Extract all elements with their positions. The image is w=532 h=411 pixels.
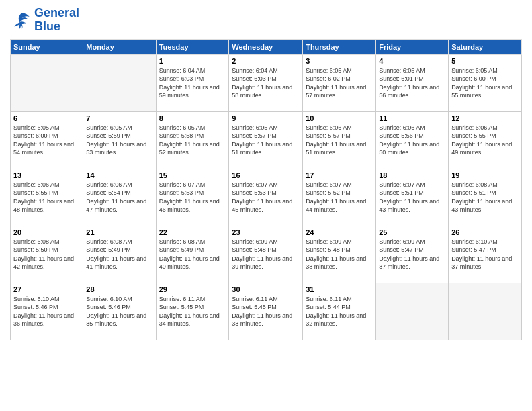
calendar-cell: 4Sunrise: 6:05 AMSunset: 6:01 PMDaylight… xyxy=(376,54,449,111)
calendar-cell: 25Sunrise: 6:09 AMSunset: 5:47 PMDayligh… xyxy=(376,226,449,283)
day-info: Sunrise: 6:08 AMSunset: 5:51 PMDaylight:… xyxy=(451,181,519,214)
calendar-cell: 12Sunrise: 6:06 AMSunset: 5:55 PMDayligh… xyxy=(449,111,522,169)
calendar-cell xyxy=(376,283,449,340)
calendar-cell: 20Sunrise: 6:08 AMSunset: 5:50 PMDayligh… xyxy=(11,226,83,283)
day-info: Sunrise: 6:07 AMSunset: 5:52 PMDaylight:… xyxy=(306,181,373,214)
calendar-cell: 21Sunrise: 6:08 AMSunset: 5:49 PMDayligh… xyxy=(83,226,156,283)
header-monday: Monday xyxy=(83,39,156,54)
calendar-cell: 29Sunrise: 6:11 AMSunset: 5:45 PMDayligh… xyxy=(156,283,229,340)
day-info: Sunrise: 6:09 AMSunset: 5:48 PMDaylight:… xyxy=(306,238,373,271)
day-number: 23 xyxy=(232,228,300,236)
day-info: Sunrise: 6:05 AMSunset: 6:02 PMDaylight:… xyxy=(306,66,373,100)
day-number: 21 xyxy=(86,228,152,236)
day-number: 9 xyxy=(232,114,300,122)
calendar-cell xyxy=(11,54,83,111)
logo: General Blue xyxy=(10,7,79,34)
day-number: 7 xyxy=(86,114,152,122)
day-number: 22 xyxy=(159,228,226,236)
day-info: Sunrise: 6:08 AMSunset: 5:49 PMDaylight:… xyxy=(159,238,226,271)
day-number: 12 xyxy=(451,114,519,122)
day-info: Sunrise: 6:06 AMSunset: 5:54 PMDaylight:… xyxy=(86,181,152,214)
day-info: Sunrise: 6:06 AMSunset: 5:55 PMDaylight:… xyxy=(451,124,519,157)
day-number: 16 xyxy=(232,171,300,179)
day-number: 24 xyxy=(306,228,373,236)
header-thursday: Thursday xyxy=(303,39,376,54)
day-info: Sunrise: 6:05 AMSunset: 6:01 PMDaylight:… xyxy=(379,66,445,100)
day-info: Sunrise: 6:09 AMSunset: 5:47 PMDaylight:… xyxy=(379,238,445,271)
calendar-cell: 28Sunrise: 6:10 AMSunset: 5:46 PMDayligh… xyxy=(83,283,156,340)
day-number: 30 xyxy=(232,285,300,293)
day-number: 29 xyxy=(159,285,226,293)
day-number: 13 xyxy=(13,171,80,179)
calendar-cell: 15Sunrise: 6:07 AMSunset: 5:53 PMDayligh… xyxy=(156,169,229,226)
day-info: Sunrise: 6:08 AMSunset: 5:50 PMDaylight:… xyxy=(13,238,80,271)
calendar-cell: 1Sunrise: 6:04 AMSunset: 6:03 PMDaylight… xyxy=(156,54,229,111)
calendar-cell xyxy=(449,283,522,340)
calendar-week-row: 1Sunrise: 6:04 AMSunset: 6:03 PMDaylight… xyxy=(11,54,522,111)
calendar-cell: 6Sunrise: 6:05 AMSunset: 6:00 PMDaylight… xyxy=(11,111,83,169)
calendar-cell xyxy=(83,54,156,111)
day-info: Sunrise: 6:07 AMSunset: 5:53 PMDaylight:… xyxy=(232,181,300,214)
calendar-cell: 19Sunrise: 6:08 AMSunset: 5:51 PMDayligh… xyxy=(449,169,522,226)
day-number: 8 xyxy=(159,114,226,122)
day-info: Sunrise: 6:05 AMSunset: 5:59 PMDaylight:… xyxy=(86,124,152,157)
day-number: 19 xyxy=(451,171,519,179)
header: General Blue xyxy=(10,7,522,34)
calendar-cell: 24Sunrise: 6:09 AMSunset: 5:48 PMDayligh… xyxy=(303,226,376,283)
calendar-cell: 11Sunrise: 6:06 AMSunset: 5:56 PMDayligh… xyxy=(376,111,449,169)
calendar-cell: 2Sunrise: 6:04 AMSunset: 6:03 PMDaylight… xyxy=(229,54,303,111)
calendar-week-row: 6Sunrise: 6:05 AMSunset: 6:00 PMDaylight… xyxy=(11,111,522,169)
day-info: Sunrise: 6:05 AMSunset: 6:00 PMDaylight:… xyxy=(451,66,519,100)
day-info: Sunrise: 6:04 AMSunset: 6:03 PMDaylight:… xyxy=(232,66,300,100)
day-number: 20 xyxy=(13,228,80,236)
day-info: Sunrise: 6:06 AMSunset: 5:55 PMDaylight:… xyxy=(13,181,80,214)
day-info: Sunrise: 6:07 AMSunset: 5:53 PMDaylight:… xyxy=(159,181,226,214)
day-info: Sunrise: 6:11 AMSunset: 5:44 PMDaylight:… xyxy=(306,295,373,328)
header-sunday: Sunday xyxy=(11,39,83,54)
day-info: Sunrise: 6:09 AMSunset: 5:48 PMDaylight:… xyxy=(232,238,300,271)
day-number: 14 xyxy=(86,171,152,179)
calendar-cell: 17Sunrise: 6:07 AMSunset: 5:52 PMDayligh… xyxy=(303,169,376,226)
day-info: Sunrise: 6:05 AMSunset: 5:58 PMDaylight:… xyxy=(159,124,226,157)
day-info: Sunrise: 6:10 AMSunset: 5:46 PMDaylight:… xyxy=(13,295,80,328)
day-info: Sunrise: 6:04 AMSunset: 6:03 PMDaylight:… xyxy=(159,66,226,100)
day-number: 26 xyxy=(451,228,519,236)
header-saturday: Saturday xyxy=(449,39,522,54)
day-number: 25 xyxy=(379,228,445,236)
day-info: Sunrise: 6:06 AMSunset: 5:56 PMDaylight:… xyxy=(379,124,445,157)
day-info: Sunrise: 6:06 AMSunset: 5:57 PMDaylight:… xyxy=(306,124,373,157)
calendar-table: Sunday Monday Tuesday Wednesday Thursday… xyxy=(10,39,522,340)
day-number: 6 xyxy=(13,114,80,122)
day-info: Sunrise: 6:05 AMSunset: 6:00 PMDaylight:… xyxy=(13,124,80,157)
day-info: Sunrise: 6:11 AMSunset: 5:45 PMDaylight:… xyxy=(159,295,226,328)
day-number: 17 xyxy=(306,171,373,179)
header-tuesday: Tuesday xyxy=(156,39,229,54)
calendar-cell: 16Sunrise: 6:07 AMSunset: 5:53 PMDayligh… xyxy=(229,169,303,226)
day-info: Sunrise: 6:10 AMSunset: 5:47 PMDaylight:… xyxy=(451,238,519,271)
calendar-cell: 10Sunrise: 6:06 AMSunset: 5:57 PMDayligh… xyxy=(303,111,376,169)
day-number: 27 xyxy=(13,285,80,293)
day-info: Sunrise: 6:07 AMSunset: 5:51 PMDaylight:… xyxy=(379,181,445,214)
page-container: General Blue Sunday Monday Tuesday Wedne… xyxy=(0,0,532,347)
calendar-cell: 7Sunrise: 6:05 AMSunset: 5:59 PMDaylight… xyxy=(83,111,156,169)
day-info: Sunrise: 6:05 AMSunset: 5:57 PMDaylight:… xyxy=(232,124,300,157)
calendar-week-row: 13Sunrise: 6:06 AMSunset: 5:55 PMDayligh… xyxy=(11,169,522,226)
calendar-cell: 14Sunrise: 6:06 AMSunset: 5:54 PMDayligh… xyxy=(83,169,156,226)
day-number: 5 xyxy=(451,57,519,65)
day-number: 28 xyxy=(86,285,152,293)
day-info: Sunrise: 6:08 AMSunset: 5:49 PMDaylight:… xyxy=(86,238,152,271)
calendar-cell: 13Sunrise: 6:06 AMSunset: 5:55 PMDayligh… xyxy=(11,169,83,226)
day-number: 1 xyxy=(159,57,226,65)
calendar-cell: 23Sunrise: 6:09 AMSunset: 5:48 PMDayligh… xyxy=(229,226,303,283)
day-number: 2 xyxy=(232,57,300,65)
day-number: 31 xyxy=(306,285,373,293)
calendar-cell: 5Sunrise: 6:05 AMSunset: 6:00 PMDaylight… xyxy=(449,54,522,111)
calendar-cell: 31Sunrise: 6:11 AMSunset: 5:44 PMDayligh… xyxy=(303,283,376,340)
day-number: 4 xyxy=(379,57,445,65)
logo-text: General Blue xyxy=(34,7,79,34)
calendar-cell: 3Sunrise: 6:05 AMSunset: 6:02 PMDaylight… xyxy=(303,54,376,111)
day-number: 18 xyxy=(379,171,445,179)
day-info: Sunrise: 6:10 AMSunset: 5:46 PMDaylight:… xyxy=(86,295,152,328)
header-friday: Friday xyxy=(376,39,449,54)
day-number: 3 xyxy=(306,57,373,65)
